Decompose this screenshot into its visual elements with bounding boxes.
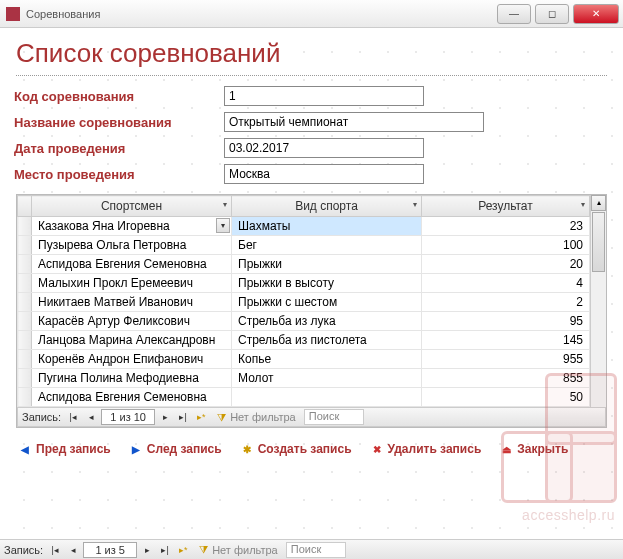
row-selector[interactable] xyxy=(18,255,32,274)
vertical-scrollbar[interactable]: ▴ xyxy=(590,195,606,407)
cell-result[interactable]: 2 xyxy=(422,293,590,312)
chevron-down-icon[interactable]: ▾ xyxy=(581,200,585,209)
cell-athlete[interactable]: Пузырева Ольга Петровна xyxy=(32,236,232,255)
results-table[interactable]: Спортсмен▾ Вид спорта▾ Результат▾ Казако… xyxy=(17,195,606,407)
nav-counter[interactable]: 1 из 10 xyxy=(101,409,155,425)
row-selector[interactable] xyxy=(18,350,32,369)
cell-result[interactable]: 955 xyxy=(422,350,590,369)
nav-next-button[interactable]: ▸ xyxy=(139,542,155,558)
new-record-icon: ✱ xyxy=(240,442,254,456)
col-athlete[interactable]: Спортсмен▾ xyxy=(32,196,232,217)
row-selector[interactable] xyxy=(18,369,32,388)
table-row[interactable]: Аспидова Евгения Семеновна50 xyxy=(18,388,606,407)
cell-athlete[interactable]: Малыхин Прокл Еремеевич xyxy=(32,274,232,293)
cell-sport[interactable]: Бег xyxy=(232,236,422,255)
nav-last-button[interactable]: ▸| xyxy=(175,409,191,425)
nav-next-button[interactable]: ▸ xyxy=(157,409,173,425)
nav-new-button[interactable]: ▸* xyxy=(175,542,191,558)
table-row[interactable]: Малыхин Прокл ЕремеевичПрыжки в высоту4 xyxy=(18,274,606,293)
table-row[interactable]: Аспидова Евгения СеменовнаПрыжки20 xyxy=(18,255,606,274)
col-result[interactable]: Результат▾ xyxy=(422,196,590,217)
input-date[interactable] xyxy=(224,138,424,158)
create-record-button[interactable]: ✱Создать запись xyxy=(240,442,352,456)
cell-sport[interactable]: Стрельба из лука xyxy=(232,312,422,331)
search-box[interactable]: Поиск xyxy=(286,542,346,558)
row-selector-header[interactable] xyxy=(18,196,32,217)
scroll-thumb[interactable] xyxy=(592,212,605,272)
titlebar: Соревнования — ◻ ✕ xyxy=(0,0,623,28)
row-selector[interactable] xyxy=(18,274,32,293)
filter-status[interactable]: Нет фильтра xyxy=(212,544,278,556)
table-row[interactable]: Никитаев Матвей ИвановичПрыжки с шестом2 xyxy=(18,293,606,312)
table-row[interactable]: Коренёв Андрон ЕпифановичКопье955 xyxy=(18,350,606,369)
nav-prev-button[interactable]: ◂ xyxy=(65,542,81,558)
input-code[interactable] xyxy=(224,86,424,106)
cell-result[interactable]: 100 xyxy=(422,236,590,255)
label-name: Название соревнования xyxy=(14,115,224,130)
delete-record-button[interactable]: ✖Удалить запись xyxy=(370,442,482,456)
cell-result[interactable]: 4 xyxy=(422,274,590,293)
next-record-button[interactable]: ▶След запись xyxy=(129,442,222,456)
nav-counter[interactable]: 1 из 5 xyxy=(83,542,137,558)
row-selector[interactable] xyxy=(18,293,32,312)
cell-athlete[interactable]: Аспидова Евгения Семеновна xyxy=(32,255,232,274)
cell-sport[interactable]: Прыжки xyxy=(232,255,422,274)
cell-result[interactable]: 855 xyxy=(422,369,590,388)
input-name[interactable] xyxy=(224,112,484,132)
nav-first-button[interactable]: |◂ xyxy=(47,542,63,558)
maximize-button[interactable]: ◻ xyxy=(535,4,569,24)
nav-label: Запись: xyxy=(22,411,61,423)
table-row[interactable]: Пузырева Ольга ПетровнаБег100 xyxy=(18,236,606,255)
cell-sport[interactable]: Прыжки в высоту xyxy=(232,274,422,293)
window-title: Соревнования xyxy=(26,8,497,20)
table-row[interactable]: Пугина Полина МефодиевнаМолот855 xyxy=(18,369,606,388)
cell-athlete[interactable]: Ланцова Марина Александровн xyxy=(32,331,232,350)
table-row[interactable]: Карасёв Артур ФеликсовичСтрельба из лука… xyxy=(18,312,606,331)
cell-sport[interactable] xyxy=(232,388,422,407)
form-record-nav: Запись: |◂ ◂ 1 из 5 ▸ ▸| ▸* ⧩ Нет фильтр… xyxy=(0,539,623,559)
row-selector[interactable] xyxy=(18,312,32,331)
nav-new-button[interactable]: ▸* xyxy=(193,409,209,425)
close-window-button[interactable]: ✕ xyxy=(573,4,619,24)
input-place[interactable] xyxy=(224,164,424,184)
cell-result[interactable]: 20 xyxy=(422,255,590,274)
table-row[interactable]: Ланцова Марина АлександровнСтрельба из п… xyxy=(18,331,606,350)
dropdown-icon[interactable]: ▾ xyxy=(216,218,230,233)
cell-athlete[interactable]: Аспидова Евгения Семеновна xyxy=(32,388,232,407)
prev-record-button[interactable]: ◀Пред запись xyxy=(18,442,111,456)
cell-athlete[interactable]: Коренёв Андрон Епифанович xyxy=(32,350,232,369)
cell-sport[interactable]: Прыжки с шестом xyxy=(232,293,422,312)
search-box[interactable]: Поиск xyxy=(304,409,364,425)
cell-athlete[interactable]: Карасёв Артур Феликсович xyxy=(32,312,232,331)
cell-result[interactable]: 95 xyxy=(422,312,590,331)
filter-icon: ⧩ xyxy=(199,543,208,556)
minimize-button[interactable]: — xyxy=(497,4,531,24)
cell-sport[interactable]: Шахматы xyxy=(232,217,422,236)
cell-result[interactable]: 50 xyxy=(422,388,590,407)
nav-first-button[interactable]: |◂ xyxy=(65,409,81,425)
row-selector[interactable] xyxy=(18,217,32,236)
cell-athlete[interactable]: Никитаев Матвей Иванович xyxy=(32,293,232,312)
action-row: ◀Пред запись ▶След запись ✱Создать запис… xyxy=(18,442,605,456)
cell-sport[interactable]: Молот xyxy=(232,369,422,388)
row-selector[interactable] xyxy=(18,236,32,255)
scroll-up-button[interactable]: ▴ xyxy=(591,195,606,211)
cell-sport[interactable]: Копье xyxy=(232,350,422,369)
table-row[interactable]: Казакова Яна Игоревна▾Шахматы23 xyxy=(18,217,606,236)
cell-sport[interactable]: Стрельба из пистолета xyxy=(232,331,422,350)
label-place: Место проведения xyxy=(14,167,224,182)
row-selector[interactable] xyxy=(18,388,32,407)
cell-result[interactable]: 145 xyxy=(422,331,590,350)
col-sport[interactable]: Вид спорта▾ xyxy=(232,196,422,217)
filter-status[interactable]: Нет фильтра xyxy=(230,411,296,423)
row-selector[interactable] xyxy=(18,331,32,350)
chevron-down-icon[interactable]: ▾ xyxy=(413,200,417,209)
cell-result[interactable]: 23 xyxy=(422,217,590,236)
nav-prev-button[interactable]: ◂ xyxy=(83,409,99,425)
close-form-button[interactable]: ⏏Закрыть xyxy=(499,442,568,456)
filter-icon: ⧩ xyxy=(217,411,226,424)
nav-last-button[interactable]: ▸| xyxy=(157,542,173,558)
chevron-down-icon[interactable]: ▾ xyxy=(223,200,227,209)
cell-athlete[interactable]: Казакова Яна Игоревна▾ xyxy=(32,217,232,236)
cell-athlete[interactable]: Пугина Полина Мефодиевна xyxy=(32,369,232,388)
